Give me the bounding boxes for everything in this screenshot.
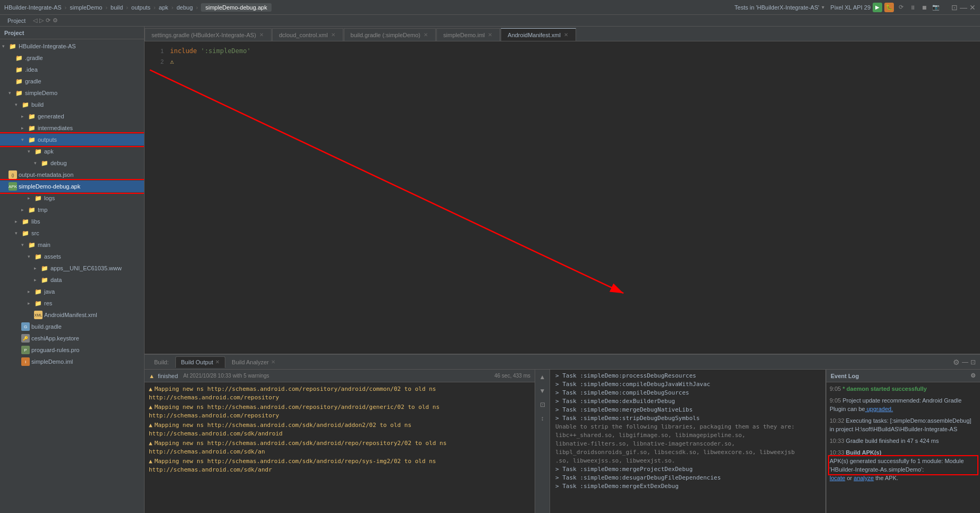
arrow-outputs[interactable] [21,137,28,142]
title-segment-build[interactable]: build [111,4,123,11]
tree-label-gradle: .gradle [25,55,43,61]
tree-item-assets[interactable]: assets [0,251,144,262]
gradle-icon-build-gradle: G [21,322,30,331]
tree-item-tmp[interactable]: tmp [0,204,144,216]
tree-item-simpleDemo[interactable]: simpleDemo [0,87,144,99]
side-tool-wrap[interactable]: ↕ [537,413,548,424]
title-segment-outputs[interactable]: outputs [131,4,150,11]
arrow-apps-uni[interactable] [34,266,40,271]
title-segment-debug[interactable]: debug [176,4,193,11]
toolbar-icon-4[interactable]: 📷 [931,3,941,12]
editor-tab-settings-gradle[interactable]: settings.gradle (HBuilderX-Integrate-AS)… [145,28,272,41]
arrow-tmp[interactable] [21,207,28,212]
tree-item-outputs[interactable]: outputs [0,134,144,146]
arrow-generated[interactable] [21,114,28,119]
debug-button[interactable]: 🐛 [884,3,894,12]
minimize-icon[interactable]: — [960,3,967,12]
tree-item-logs[interactable]: logs [0,192,144,204]
tests-dropdown[interactable]: Tests in 'HBuilderX-Integrate-AS' [734,4,820,11]
tab-close-dcloud-control[interactable]: ✕ [330,32,336,38]
tree-item-output-metadata[interactable]: {}output-metadata.json [0,169,144,181]
bottom-tab-build-analyzer[interactable]: Build Analyzer ✕ [226,356,281,368]
bottom-minimize-icon[interactable]: — [962,358,968,366]
editor-tab-simpledemo-iml-tab[interactable]: simpleDemo.iml✕ [436,28,500,41]
menu-bar: Project ◁ ▷ ⟳ ⚙ [0,15,980,27]
arrow-libs[interactable] [15,219,21,224]
tree-item-hbuilder-root[interactable]: HBuilder-Integrate-AS [0,40,144,52]
arrow-data[interactable] [34,277,40,283]
bottom-maximize-icon[interactable]: ⊡ [970,358,976,366]
side-tools: ▲ ▼ ⊡ ↕ [535,370,550,513]
tab-close-androidmanifest-tab[interactable]: ✕ [563,32,569,38]
title-segment-apk[interactable]: apk [159,4,168,11]
maximize-icon[interactable]: ⊡ [951,3,958,12]
arrow-res[interactable] [28,301,34,306]
tree-item-gradle[interactable]: .gradle [0,52,144,64]
nav-forward-icon[interactable]: ▷ [39,17,44,24]
tree-item-java[interactable]: java [0,286,144,297]
tree-item-build[interactable]: build [0,99,144,110]
bottom-tab-build[interactable]: Build: [149,356,174,368]
tree-item-main[interactable]: main [0,239,144,251]
folder-icon-libs [21,217,30,226]
run-button[interactable]: ▶ [873,3,882,12]
event-log-settings-icon[interactable]: ⚙ [970,372,976,379]
title-segment-simpledemo[interactable]: simpleDemo [70,4,102,11]
build-output-panel: ▲ finished At 2021/10/28 10:33 with 5 wa… [145,370,535,513]
arrow-debug[interactable] [34,160,40,166]
title-segment-hbuilder[interactable]: HBuilder-Integrate-AS [4,4,62,11]
tree-item-proguard-rules[interactable]: Pproguard-rules.pro [0,344,144,356]
tree-item-simpleDemo-debug[interactable]: APKsimpleDemo-debug.apk [0,181,144,192]
folder-icon-apps-uni [40,264,49,272]
toolbar-icon-1[interactable]: ⟳ [896,3,906,12]
build-messages: ▲Mapping new ns http://schemas.android.c… [145,382,535,513]
tree-item-generated[interactable]: generated [0,110,144,122]
tree-item-ceshiapp-keystore[interactable]: 🔑ceshiApp.keystore [0,332,144,344]
arrow-java[interactable] [28,289,34,294]
bottom-settings-icon[interactable]: ⚙ [953,358,960,366]
tab-close-simpledemo-iml-tab[interactable]: ✕ [487,32,493,38]
nav-back-icon[interactable]: ◁ [33,17,37,24]
arrow-intermediates[interactable] [21,125,28,131]
tree-item-data[interactable]: data [0,274,144,286]
tests-expand-icon[interactable]: ▾ [822,4,824,10]
tree-item-idea[interactable]: .idea [0,64,144,75]
arrow-src[interactable] [15,230,21,236]
bottom-tab-build-output[interactable]: Build Output ✕ [175,356,226,368]
tree-item-simpledemo-iml[interactable]: IsimpleDemo.iml [0,356,144,367]
folder-icon-java [34,287,43,296]
toolbar-icon-2[interactable]: ⏸ [908,3,917,12]
arrow-apk[interactable] [28,149,34,154]
tree-item-debug[interactable]: debug [0,157,144,169]
tree-item-libs[interactable]: libs [0,216,144,227]
folder-icon-outputs [28,135,36,144]
tree-label-hbuilder-root: HBuilder-Integrate-AS [19,43,76,49]
arrow-simpleDemo[interactable] [9,90,15,96]
arrow-assets[interactable] [28,254,34,259]
tree-item-apps-uni[interactable]: apps__UNI_EC61035.www [0,262,144,274]
tree-item-intermediates[interactable]: intermediates [0,122,144,134]
arrow-logs[interactable] [28,195,34,201]
close-icon[interactable]: ✕ [969,3,976,12]
tree-item-res[interactable]: res [0,297,144,309]
tab-close-build-gradle-tab[interactable]: ✕ [423,32,429,38]
arrow-main[interactable] [21,242,28,247]
editor-tab-build-gradle-tab[interactable]: build.gradle (:simpleDemo)✕ [344,28,436,41]
arrow-hbuilder-root[interactable] [2,44,9,49]
arrow-build[interactable] [15,102,21,107]
tree-item-src[interactable]: src [0,227,144,239]
tree-item-build-gradle[interactable]: Gbuild.gradle [0,321,144,332]
tree-item-gradle2[interactable]: gradle [0,75,144,87]
side-tool-down[interactable]: ▼ [537,386,548,396]
menu-project[interactable]: Project [3,16,30,25]
settings-icon[interactable]: ⚙ [53,17,58,24]
toolbar-icon-3[interactable]: ⏹ [919,3,929,12]
editor-tab-androidmanifest-tab[interactable]: AndroidManifest.xml✕ [501,28,576,41]
tree-item-apk[interactable]: apk [0,146,144,157]
side-tool-filter[interactable]: ⊡ [537,399,548,410]
side-tool-up[interactable]: ▲ [537,372,548,382]
tab-close-settings-gradle[interactable]: ✕ [258,32,265,38]
editor-tab-dcloud-control[interactable]: dcloud_control.xml✕ [272,28,343,41]
tree-item-androidmanifest[interactable]: XMLAndroidManifest.xml [0,309,144,321]
nav-refresh-icon[interactable]: ⟳ [46,17,50,24]
